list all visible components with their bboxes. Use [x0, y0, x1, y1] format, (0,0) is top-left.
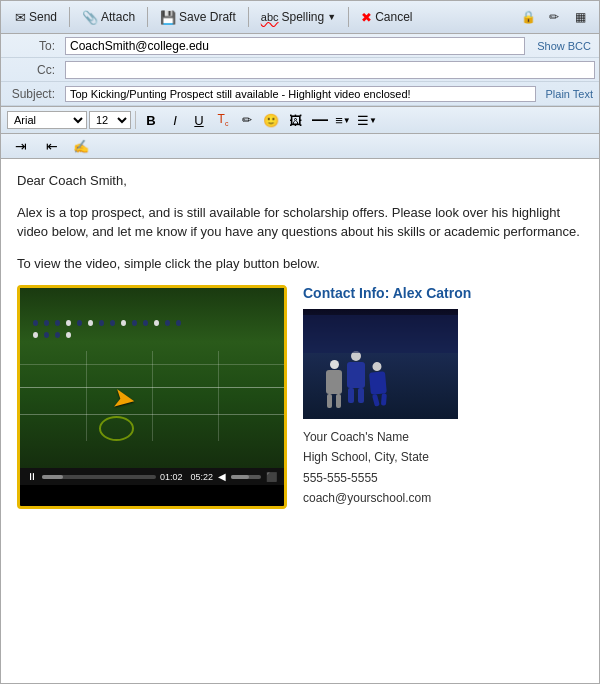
send-icon — [15, 10, 26, 25]
attach-button[interactable]: 📎 Attach — [76, 8, 141, 27]
align-button[interactable]: ≡▼ — [332, 110, 354, 130]
security-button[interactable]: 🔒 — [517, 6, 539, 28]
volume-fill — [231, 475, 249, 479]
progress-bar[interactable] — [42, 475, 156, 479]
emoji-icon: 🙂 — [263, 113, 279, 128]
format-separator-1 — [135, 111, 136, 129]
paragraph-2: To view the video, simple click the play… — [17, 254, 583, 274]
pause-button[interactable]: ⏸ — [26, 471, 38, 482]
image-icon: 🖼 — [289, 113, 302, 128]
coach-name: Your Coach's Name — [303, 427, 583, 447]
mute-button[interactable]: ◀ — [217, 471, 227, 482]
subject-label: Subject: — [1, 85, 61, 103]
outdent-button[interactable]: ⇤ — [38, 136, 66, 156]
fullscreen-button[interactable]: ⬛ — [265, 472, 278, 482]
progress-fill — [42, 475, 63, 479]
font-size-select[interactable]: 12 10 14 16 — [89, 111, 131, 129]
paragraph-1: Alex is a top prospect, and is still ava… — [17, 203, 583, 242]
current-time: 01:02 — [160, 472, 183, 482]
signature-button[interactable]: ✍ — [69, 136, 93, 156]
phone-number: 555-555-5555 — [303, 468, 583, 488]
send-button[interactable]: Send — [9, 8, 63, 27]
player-dot — [55, 320, 60, 326]
options-icon: ▦ — [575, 10, 586, 24]
cc-input[interactable] — [65, 61, 595, 79]
cc-row: Cc: — [1, 58, 599, 82]
video-screen[interactable]: ➤ — [20, 288, 284, 468]
save-draft-label: Save Draft — [179, 10, 236, 24]
attach-icon: 📎 — [82, 10, 98, 25]
to-row: To: Show BCC — [1, 34, 599, 58]
toolbar-separator-2 — [147, 7, 148, 27]
font-select[interactable]: Arial Times New Roman Verdana — [7, 111, 87, 129]
content-area: ➤ ⏸ 01:02 05:22 ◀ — [17, 285, 583, 509]
player-dot — [110, 320, 115, 326]
cc-label: Cc: — [1, 61, 61, 79]
align-icon: ≡ — [335, 113, 343, 128]
options-button[interactable]: ▦ — [569, 6, 591, 28]
player-dot — [66, 332, 71, 338]
play-arrow-indicator: ➤ — [110, 380, 138, 416]
to-label: To: — [1, 37, 61, 55]
player-dot — [33, 320, 38, 326]
show-bcc-button[interactable]: Show BCC — [529, 40, 599, 52]
list-button[interactable]: ☰▼ — [356, 110, 378, 130]
divider-button[interactable]: — — [308, 110, 330, 130]
email-client: Send 📎 Attach 💾 Save Draft abc Spelling … — [0, 0, 600, 684]
indent-icon: ⇥ — [15, 138, 27, 154]
list-icon: ☰ — [357, 113, 369, 128]
bold-label: B — [146, 113, 155, 128]
spelling-button[interactable]: abc Spelling ▼ — [255, 8, 342, 26]
toolbar-separator-4 — [348, 7, 349, 27]
player-dot — [154, 320, 159, 326]
image-button[interactable]: 🖼 — [284, 110, 306, 130]
video-container: ➤ ⏸ 01:02 05:22 ◀ — [17, 285, 287, 509]
cancel-label: Cancel — [375, 10, 412, 24]
text-color-icon: Tc — [218, 112, 229, 127]
cancel-button[interactable]: ✖ Cancel — [355, 8, 418, 27]
player-dot — [77, 320, 82, 326]
vertical-line-2 — [152, 351, 153, 441]
underline-label: U — [194, 113, 203, 128]
circle-overlay — [99, 416, 134, 441]
save-draft-button[interactable]: 💾 Save Draft — [154, 8, 242, 27]
contact-details: Your Coach's Name High School, City, Sta… — [303, 427, 583, 509]
football-scene — [303, 309, 458, 419]
player-dot — [121, 320, 126, 326]
outdent-icon: ⇤ — [46, 138, 58, 154]
spelling-icon: abc — [261, 11, 279, 23]
player-dot — [55, 332, 60, 338]
vertical-line-1 — [86, 351, 87, 441]
highlight-button[interactable]: ✏ — [236, 110, 258, 130]
format-toolbar-2: ⇥ ⇤ ✍ — [1, 134, 599, 159]
italic-label: I — [173, 113, 177, 128]
subject-input[interactable] — [65, 86, 536, 102]
vertical-line-3 — [218, 351, 219, 441]
highlight-icon: ✏ — [242, 113, 252, 127]
security-icon: 🔒 — [521, 10, 536, 24]
plain-text-button[interactable]: Plain Text — [540, 88, 600, 100]
emoji-button[interactable]: 🙂 — [260, 110, 282, 130]
player-dot — [44, 320, 49, 326]
text-color-button[interactable]: Tc — [212, 110, 234, 130]
sign-button[interactable]: ✏ — [543, 6, 565, 28]
greeting-text: Dear Coach Smith, — [17, 171, 583, 191]
format-toolbar: Arial Times New Roman Verdana 12 10 14 1… — [1, 107, 599, 134]
to-input[interactable] — [65, 37, 525, 55]
contact-photo — [303, 309, 458, 419]
indent-button[interactable]: ⇥ — [7, 136, 35, 156]
signature-icon: ✍ — [73, 139, 89, 154]
contact-info-section: Contact Info: Alex Catron — [303, 285, 583, 509]
spelling-dropdown-icon: ▼ — [327, 12, 336, 22]
save-draft-icon: 💾 — [160, 10, 176, 25]
volume-bar[interactable] — [231, 475, 261, 479]
toolbar-separator-3 — [248, 7, 249, 27]
bold-button[interactable]: B — [140, 110, 162, 130]
underline-button[interactable]: U — [188, 110, 210, 130]
toolbar-separator-1 — [69, 7, 70, 27]
player-dot — [132, 320, 137, 326]
football-field: ➤ — [20, 288, 284, 468]
italic-button[interactable]: I — [164, 110, 186, 130]
attach-label: Attach — [101, 10, 135, 24]
player-dot — [88, 320, 93, 326]
